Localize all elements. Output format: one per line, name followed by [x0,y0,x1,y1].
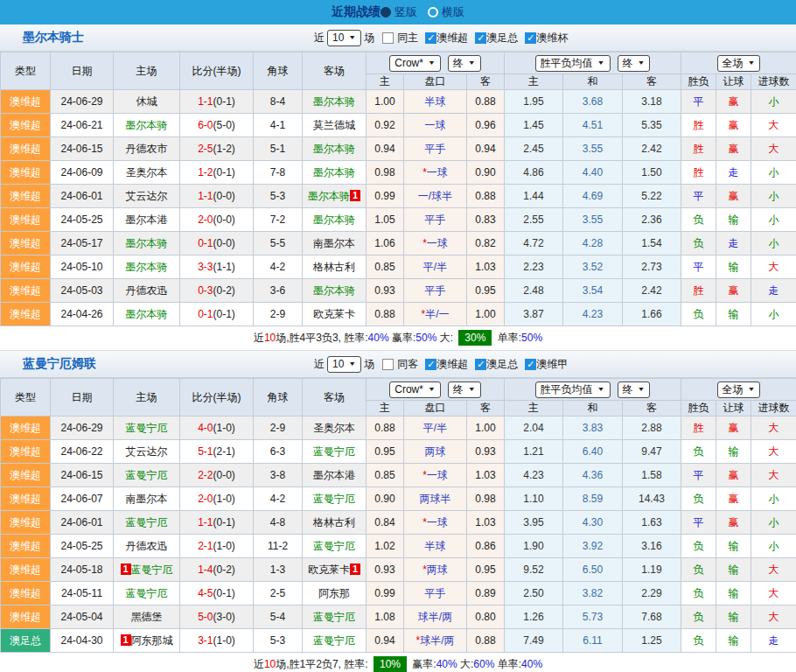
scope-select[interactable]: 全场▼ [717,382,761,398]
away-odds: 0.83 [467,208,505,232]
vertical-radio[interactable] [381,7,391,18]
chevron-down-icon: ▼ [428,60,436,66]
league-type-cell: 澳维超 [1,161,51,185]
league-checkbox-3[interactable] [525,32,536,44]
half-score: (1-1) [213,261,235,273]
avg-odds-select[interactable]: 胜平负均值▼ [535,55,611,72]
handicap-name: 一球 [427,469,448,481]
away-team-name: 格林古利 [313,516,355,528]
avg-odds-select[interactable]: 胜平负均值▼ [535,382,611,398]
col-score: 比分(半场) [180,379,254,416]
avg-away-odds: 2.42 [623,137,681,161]
score-cell: 0-1(0-1) [180,303,254,326]
match-count-select[interactable]: 10▼ [327,30,361,46]
avg-home-odds: 1.10 [505,487,563,511]
result-goals: 小 [751,232,796,256]
handicap-cell: *半/一 [404,303,467,326]
vertical-radio-label[interactable]: 竖版 [395,4,417,20]
avg-home-odds: 9.52 [505,558,563,582]
home-odds: 0.85 [367,256,404,279]
filter-controls: 近 10▼ 场 同主 澳维超 澳足总 澳维杯 [311,24,568,51]
half-score: (5-0) [213,119,235,131]
chevron-down-icon: ▼ [597,386,605,393]
horizontal-radio-label[interactable]: 横版 [442,4,464,20]
home-odds: 0.88 [367,416,404,440]
scope-select[interactable]: 全场▼ [717,55,761,72]
handicap-name: 两球半 [420,493,451,505]
odds-time-select[interactable]: 终▼ [448,382,481,398]
col-odds-home: 主 [367,74,404,90]
league-checkbox-1[interactable] [425,359,436,370]
score-cell: 1-1(0-1) [180,90,254,114]
score-cell: 2-0(0-0) [180,208,254,232]
away-team-cell: 格林古利 [303,511,367,535]
away-team-name: 蓝曼宁厄 [313,611,355,623]
avg-time-select[interactable]: 终▼ [618,382,651,398]
corner-cell: 4-2 [254,256,303,279]
away-odds: 0.88 [467,629,505,653]
home-odds: 0.94 [367,137,404,161]
page-title: 近期战绩 [332,4,381,20]
result-goals: 大 [751,558,796,582]
handicap-cell: 平手 [404,582,467,606]
score-cell: 2-5(1-2) [180,137,254,161]
league-checkbox-1[interactable] [425,32,436,44]
league-checkbox-2[interactable] [475,359,486,370]
home-team-name: 墨尔本骑 [126,261,168,273]
score-cell: 0-3(0-2) [180,279,254,303]
col-home: 主场 [114,52,180,90]
match-count-select[interactable]: 10▼ [327,356,361,373]
corner-cell: 7-8 [254,161,303,185]
result-goals: 大 [751,582,796,606]
home-team-name: 艾云达尔 [126,190,168,202]
away-team-cell: 欧克莱卡 [303,303,367,326]
result-wdl: 平 [681,185,716,208]
avg-home-odds: 3.87 [505,303,563,326]
avg-home-odds: 1.45 [505,114,563,137]
corner-cell: 4-2 [254,487,303,511]
away-team-cell: 墨尔本骑1 [303,185,367,208]
league-checkbox-3[interactable] [525,359,536,370]
bookmaker-select[interactable]: Crow*▼ [389,55,441,72]
home-team-cell: 1蓝曼宁厄 [114,558,180,582]
full-score: 0-1 [198,237,213,249]
full-score: 2-5 [198,143,213,155]
avg-draw-odds: 5.73 [563,606,623,629]
corner-cell: 7-2 [254,208,303,232]
col-avg-draw: 和 [563,74,623,90]
horizontal-radio[interactable] [428,7,438,18]
away-odds: 0.88 [467,90,505,114]
same-venue-checkbox[interactable] [382,32,394,44]
away-odds: 1.00 [467,416,505,440]
avg-away-odds: 2.42 [623,279,681,303]
avg-home-odds: 1.21 [505,440,563,464]
corner-cell: 5-1 [254,137,303,161]
result-wdl: 平 [681,511,716,535]
home-team-name: 丹德农迅 [126,284,168,297]
section-header-1: 墨尔本骑士 近 10▼ 场 同主 澳维超 澳足总 澳维杯 [0,24,796,52]
same-venue-checkbox[interactable] [382,359,394,370]
table-row: 澳维超 24-05-18 1蓝曼宁厄 1-4(0-2) 1-3 欧克莱卡1 0.… [1,558,796,582]
col-away: 客场 [303,379,367,416]
avg-away-odds: 2.73 [623,256,681,279]
chevron-down-icon: ▼ [348,34,356,41]
home-team-cell: 墨尔本骑 [114,303,180,326]
handicap-cell: 两球半 [404,487,467,511]
col-wdl: 胜负 [681,74,716,90]
col-avg-draw: 和 [563,401,623,416]
odds-time-select[interactable]: 终▼ [448,55,481,72]
match-date: 24-05-25 [51,535,114,558]
league-type-cell: 澳足总 [1,629,51,653]
avg-time-select[interactable]: 终▼ [618,55,651,72]
league-checkbox-2[interactable] [475,32,486,44]
home-team-cell: 蓝曼宁厄 [114,511,180,535]
bookmaker-select[interactable]: Crow*▼ [389,382,441,398]
corner-cell: 8-4 [254,90,303,114]
away-odds: 0.94 [467,137,505,161]
chevron-down-icon: ▼ [638,386,646,393]
home-team-name: 墨尔本港 [126,214,168,226]
col-corner: 角球 [254,379,303,416]
home-team-cell: 圣奥尔本 [114,161,180,185]
half-score: (0-1) [213,516,235,528]
away-team-name: 墨尔本港 [313,469,355,481]
